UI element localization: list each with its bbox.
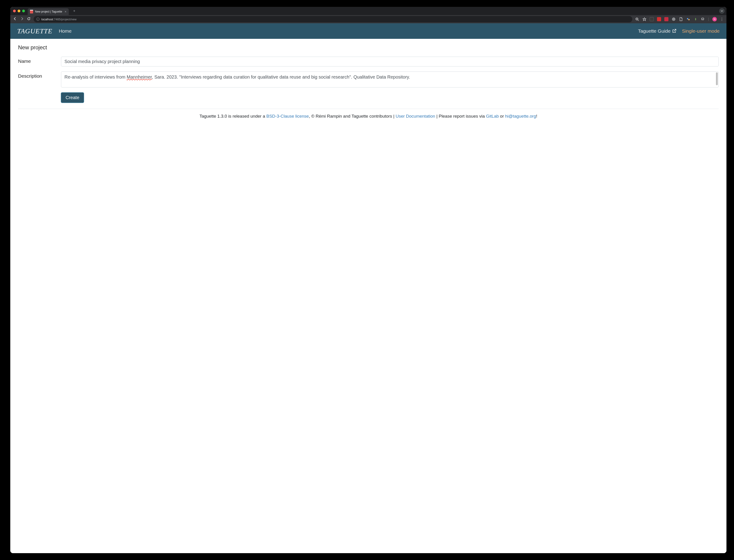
- address-bar: i localhost:7465/project/new: [10, 15, 285, 23]
- reload-button[interactable]: [27, 17, 31, 21]
- new-tab-button[interactable]: +: [71, 8, 77, 14]
- description-label: Description: [18, 71, 61, 87]
- site-info-icon[interactable]: i: [36, 18, 40, 21]
- divider: [18, 109, 285, 109]
- forward-button[interactable]: [20, 17, 24, 21]
- window-close-button[interactable]: [13, 10, 16, 12]
- app-header: TAGUETTE Home Taguette Guide Single-user…: [10, 23, 285, 39]
- window-controls: [13, 10, 25, 12]
- name-input[interactable]: [61, 57, 285, 66]
- browser-window: New project | Taguette × + i localhost:7…: [10, 7, 285, 217]
- app-logo[interactable]: TAGUETTE: [17, 27, 52, 35]
- browser-tab[interactable]: New project | Taguette ×: [28, 8, 69, 15]
- form-row-description: Description Re-analysis of interviews fr…: [18, 71, 285, 87]
- tab-close-button[interactable]: ×: [65, 10, 66, 13]
- window-minimize-button[interactable]: [18, 10, 20, 12]
- address-input[interactable]: i localhost:7465/project/new: [34, 16, 285, 22]
- window-maximize-button[interactable]: [22, 10, 25, 12]
- description-input[interactable]: Re-analysis of interviews from Mannheime…: [61, 72, 285, 87]
- license-link[interactable]: BSD-3-Clause license: [266, 114, 285, 119]
- url-text: localhost:7465/project/new: [41, 18, 77, 21]
- nav-home[interactable]: Home: [59, 28, 71, 34]
- form-row-name: Name: [18, 57, 285, 66]
- tab-title: New project | Taguette: [35, 10, 62, 13]
- footer: Taguette 1.3.0 is released under a BSD-3…: [18, 113, 285, 120]
- tab-bar: New project | Taguette × +: [10, 7, 285, 15]
- main-form: New project Name Description Re-analysis…: [10, 39, 285, 125]
- create-button[interactable]: Create: [61, 92, 84, 103]
- page-content: TAGUETTE Home Taguette Guide Single-user…: [10, 23, 285, 217]
- back-button[interactable]: [13, 17, 17, 21]
- page-title: New project: [18, 44, 285, 51]
- favicon-icon: [30, 10, 33, 13]
- name-label: Name: [18, 57, 61, 66]
